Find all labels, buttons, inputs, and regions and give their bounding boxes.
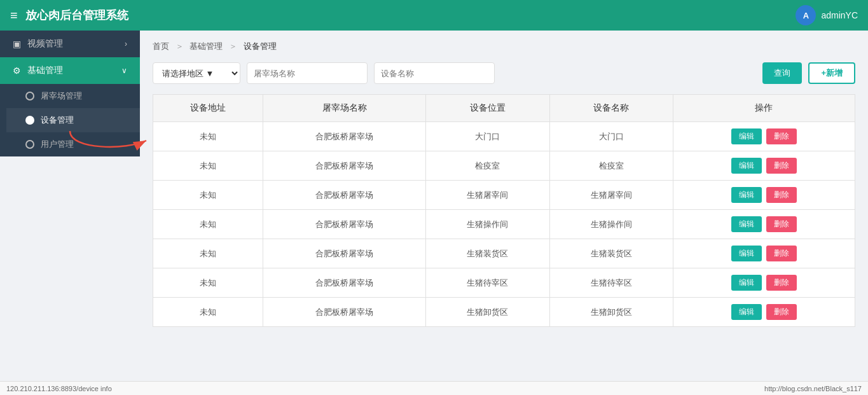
cell-name: 生猪待宰区 [549, 268, 673, 298]
cell-location: 生猪装货区 [426, 239, 549, 268]
cell-action: 编辑 删除 [673, 151, 855, 181]
breadcrumb-basic[interactable]: 基础管理 [189, 41, 223, 51]
delete-button[interactable]: 删除 [766, 216, 797, 232]
cell-action: 编辑 删除 [673, 122, 855, 151]
menu-icon[interactable]: ≡ [10, 8, 18, 23]
status-right: http://blog.csdn.net/Black_s117 [764, 385, 862, 392]
breadcrumb-home[interactable]: 首页 [153, 41, 169, 51]
slaughterhouse-input[interactable] [247, 62, 368, 84]
delete-button[interactable]: 删除 [766, 128, 797, 144]
cell-action: 编辑 删除 [673, 268, 855, 298]
table-row: 未知 合肥板桥屠宰场 检疫室 检疫室 编辑 删除 [153, 151, 855, 181]
circle-filled-icon [25, 116, 34, 125]
sidebar-label-user: 用户管理 [41, 139, 74, 150]
device-table: 设备地址 屠宰场名称 设备位置 设备名称 操作 未知 合肥板桥屠宰场 大门口 大… [153, 94, 855, 327]
delete-button[interactable]: 删除 [766, 304, 797, 320]
cell-address: 未知 [153, 210, 263, 239]
cell-action: 编辑 删除 [673, 239, 855, 268]
sidebar-item-slaughterhouse[interactable]: 屠宰场管理 [6, 84, 140, 108]
col-header-action: 操作 [673, 95, 855, 122]
cell-slaughterhouse: 合肥板桥屠宰场 [263, 239, 426, 268]
cell-slaughterhouse: 合肥板桥屠宰场 [263, 181, 426, 210]
breadcrumb-current: 设备管理 [244, 41, 277, 51]
chevron-right-icon: › [125, 39, 127, 48]
sidebar-wrapper: ▣ 视频管理 › ⚙ 基础管理 ∨ 屠宰场管理 设备管理 [0, 31, 140, 381]
cell-name: 生猪装货区 [549, 239, 673, 268]
video-icon: ▣ [13, 39, 21, 49]
delete-button[interactable]: 删除 [766, 246, 797, 261]
edit-button[interactable]: 编辑 [731, 187, 762, 203]
sidebar: ▣ 视频管理 › ⚙ 基础管理 ∨ 屠宰场管理 设备管理 [0, 31, 140, 156]
topbar-left: ≡ 放心肉后台管理系统 [10, 8, 128, 23]
cell-name: 检疫室 [549, 151, 673, 181]
cell-name: 大门口 [549, 122, 673, 151]
breadcrumb-sep2: ＞ [229, 41, 240, 51]
status-left: 120.210.211.136:8893/device info [6, 385, 112, 392]
cell-address: 未知 [153, 122, 263, 151]
cell-location: 生猪屠宰间 [426, 181, 549, 210]
sidebar-label-basic: 基础管理 [27, 65, 63, 76]
cell-location: 大门口 [426, 122, 549, 151]
chevron-down-icon: ∨ [121, 66, 127, 75]
circle-icon-user [25, 140, 34, 149]
table-row: 未知 合肥板桥屠宰场 生猪装货区 生猪装货区 编辑 删除 [153, 239, 855, 268]
edit-button[interactable]: 编辑 [731, 128, 762, 144]
table-header-row: 设备地址 屠宰场名称 设备位置 设备名称 操作 [153, 95, 855, 122]
col-header-location: 设备位置 [426, 95, 549, 122]
app-title: 放心肉后台管理系统 [25, 8, 128, 23]
cell-name: 生猪卸货区 [549, 298, 673, 327]
cell-address: 未知 [153, 151, 263, 181]
sidebar-item-basic[interactable]: ⚙ 基础管理 ∨ [0, 57, 140, 84]
sidebar-item-video[interactable]: ▣ 视频管理 › [0, 31, 140, 57]
query-button[interactable]: 查询 [762, 62, 802, 84]
delete-button[interactable]: 删除 [766, 187, 797, 203]
sidebar-submenu-basic: 屠宰场管理 设备管理 用户管理 [0, 84, 140, 156]
col-header-name: 设备名称 [549, 95, 673, 122]
statusbar: 120.210.211.136:8893/device info http://… [0, 381, 868, 395]
cell-slaughterhouse: 合肥板桥屠宰场 [263, 210, 426, 239]
circle-icon [25, 92, 34, 100]
table-row: 未知 合肥板桥屠宰场 生猪卸货区 生猪卸货区 编辑 删除 [153, 298, 855, 327]
cell-slaughterhouse: 合肥板桥屠宰场 [263, 151, 426, 181]
cell-address: 未知 [153, 239, 263, 268]
cell-slaughterhouse: 合肥板桥屠宰场 [263, 122, 426, 151]
sidebar-item-device[interactable]: 设备管理 [6, 108, 140, 132]
region-select[interactable]: 请选择地区 ▼ [153, 62, 240, 84]
table-row: 未知 合肥板桥屠宰场 生猪屠宰间 生猪屠宰间 编辑 删除 [153, 181, 855, 210]
gear-icon: ⚙ [13, 66, 21, 76]
table-row: 未知 合肥板桥屠宰场 生猪操作间 生猪操作间 编辑 删除 [153, 210, 855, 239]
cell-slaughterhouse: 合肥板桥屠宰场 [263, 268, 426, 298]
filter-bar: 请选择地区 ▼ 查询 +新增 [153, 62, 855, 84]
edit-button[interactable]: 编辑 [731, 304, 762, 320]
main-layout: ▣ 视频管理 › ⚙ 基础管理 ∨ 屠宰场管理 设备管理 [0, 31, 868, 381]
sidebar-label-device: 设备管理 [41, 114, 74, 126]
cell-action: 编辑 删除 [673, 181, 855, 210]
delete-button[interactable]: 删除 [766, 158, 797, 174]
edit-button[interactable]: 编辑 [731, 275, 762, 291]
avatar: A [796, 5, 816, 25]
sidebar-label-slaughterhouse: 屠宰场管理 [41, 90, 82, 102]
topbar: ≡ 放心肉后台管理系统 A adminYC [0, 0, 868, 31]
edit-button[interactable]: 编辑 [731, 246, 762, 261]
edit-button[interactable]: 编辑 [731, 216, 762, 232]
cell-address: 未知 [153, 268, 263, 298]
cell-name: 生猪屠宰间 [549, 181, 673, 210]
cell-slaughterhouse: 合肥板桥屠宰场 [263, 298, 426, 327]
cell-location: 生猪待宰区 [426, 268, 549, 298]
edit-button[interactable]: 编辑 [731, 158, 762, 174]
cell-action: 编辑 删除 [673, 210, 855, 239]
cell-action: 编辑 删除 [673, 298, 855, 327]
table-row: 未知 合肥板桥屠宰场 生猪待宰区 生猪待宰区 编辑 删除 [153, 268, 855, 298]
new-button[interactable]: +新增 [808, 62, 855, 84]
cell-location: 检疫室 [426, 151, 549, 181]
sidebar-item-user[interactable]: 用户管理 [6, 132, 140, 156]
main-content: 首页 ＞ 基础管理 ＞ 设备管理 请选择地区 ▼ 查询 +新增 设备地址 屠宰场… [140, 31, 868, 381]
device-name-input[interactable] [374, 62, 495, 84]
cell-location: 生猪卸货区 [426, 298, 549, 327]
username: adminYC [821, 10, 858, 20]
col-header-slaughterhouse: 屠宰场名称 [263, 95, 426, 122]
breadcrumb-sep1: ＞ [176, 41, 186, 51]
table-row: 未知 合肥板桥屠宰场 大门口 大门口 编辑 删除 [153, 122, 855, 151]
delete-button[interactable]: 删除 [766, 275, 797, 291]
breadcrumb: 首页 ＞ 基础管理 ＞ 设备管理 [153, 41, 855, 52]
